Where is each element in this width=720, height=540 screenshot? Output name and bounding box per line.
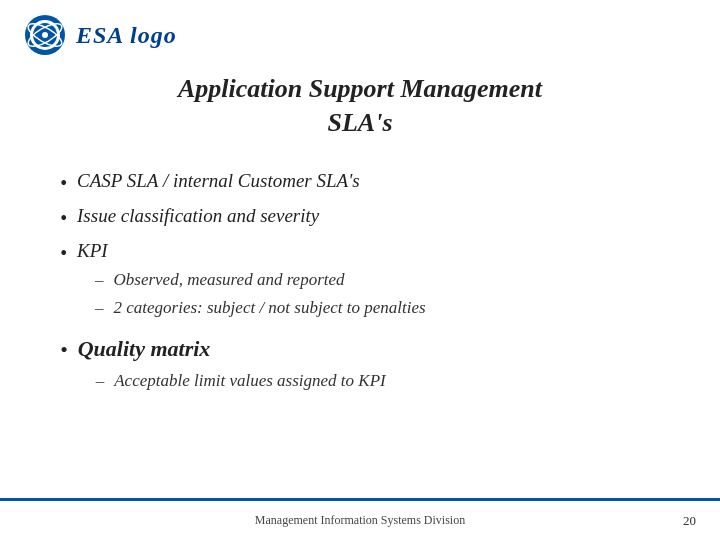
kpi-sub-1: – Observed, measured and reported	[95, 268, 426, 292]
slide-content: Application Support Management SLA's • C…	[0, 64, 720, 540]
bullet-dot-1: •	[60, 169, 67, 197]
svg-point-5	[42, 32, 48, 38]
esa-wordmark: ESA logo	[76, 22, 177, 49]
slide: ESA logo Application Support Management …	[0, 0, 720, 540]
bullet-dot-4: •	[60, 335, 68, 366]
bullet-kpi-text: KPI	[77, 240, 108, 261]
bullet-dot-3: •	[60, 239, 67, 267]
main-bullet-list: • CASP SLA / internal Customer SLA's • I…	[60, 168, 660, 393]
bullet-casp: • CASP SLA / internal Customer SLA's	[60, 168, 660, 197]
kpi-sub-1-text: Observed, measured and reported	[114, 268, 345, 292]
bullet-dot-2: •	[60, 204, 67, 232]
bullet-kpi: • KPI – Observed, measured and reported …	[60, 238, 660, 320]
quality-sub-1-text: Acceptable limit values assigned to KPI	[114, 369, 385, 393]
sub-dash-1: –	[95, 268, 104, 292]
kpi-sub-list: – Observed, measured and reported – 2 ca…	[95, 268, 426, 320]
kpi-sub-2-text: 2 categories: subject / not subject to p…	[114, 296, 426, 320]
kpi-sub-2: – 2 categories: subject / not subject to…	[95, 296, 426, 320]
footer: Management Information Systems Division …	[0, 498, 720, 540]
bullet-quality: • Quality matrix – Acceptable limit valu…	[60, 334, 660, 393]
bullet-issue-text: Issue classification and severity	[77, 205, 319, 226]
quality-sub-1: – Acceptable limit values assigned to KP…	[96, 369, 386, 393]
sub-dash-3: –	[96, 369, 105, 393]
slide-title: Application Support Management SLA's	[60, 72, 660, 140]
logo-area: ESA logo	[24, 14, 177, 56]
bullet-quality-text: Quality matrix	[78, 336, 211, 361]
quality-sub-list: – Acceptable limit values assigned to KP…	[96, 369, 386, 393]
footer-center-text: Management Information Systems Division	[255, 513, 465, 528]
page-number: 20	[683, 513, 696, 529]
esa-logo-icon	[24, 14, 66, 56]
bullet-issue: • Issue classification and severity	[60, 203, 660, 232]
bullet-casp-text: CASP SLA / internal Customer SLA's	[77, 170, 360, 191]
header: ESA logo	[0, 0, 720, 64]
sub-dash-2: –	[95, 296, 104, 320]
